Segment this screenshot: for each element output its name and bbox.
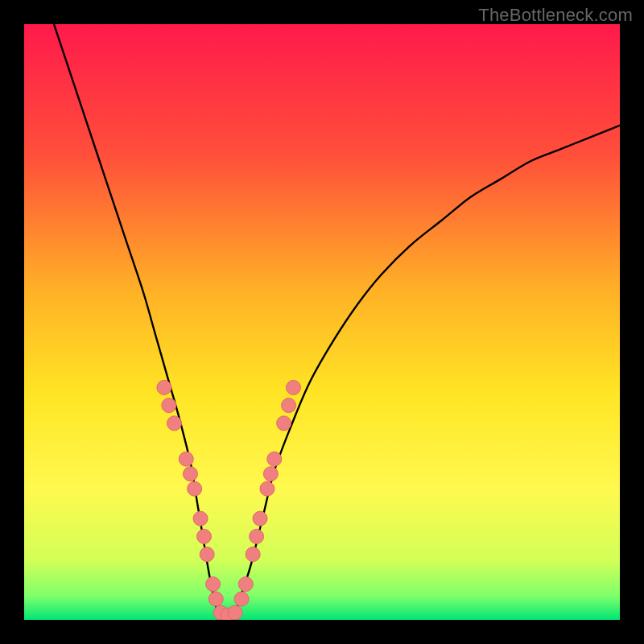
- data-marker: [179, 452, 193, 466]
- data-marker: [193, 511, 208, 526]
- data-marker: [188, 481, 202, 496]
- watermark-text: TheBottleneck.com: [478, 5, 633, 26]
- data-marker: [234, 592, 249, 606]
- data-marker: [263, 467, 278, 481]
- data-marker: [200, 547, 214, 562]
- data-marker: [253, 511, 267, 526]
- data-marker: [246, 547, 260, 562]
- data-marker: [277, 416, 291, 431]
- chart-svg: [24, 24, 620, 620]
- plot-area: [24, 24, 620, 620]
- data-marker: [286, 380, 300, 394]
- data-marker: [260, 481, 275, 496]
- gradient-background: [24, 24, 620, 620]
- data-marker: [250, 529, 264, 543]
- data-marker: [208, 592, 223, 606]
- data-marker: [196, 529, 211, 543]
- data-marker: [183, 467, 197, 481]
- data-marker: [238, 577, 253, 592]
- data-marker: [162, 398, 176, 413]
- data-marker: [157, 380, 171, 394]
- chart-container: TheBottleneck.com: [0, 0, 644, 644]
- data-marker: [206, 577, 221, 592]
- data-marker: [282, 398, 296, 413]
- data-marker: [228, 605, 242, 620]
- data-marker: [167, 416, 181, 431]
- data-marker: [267, 452, 282, 466]
